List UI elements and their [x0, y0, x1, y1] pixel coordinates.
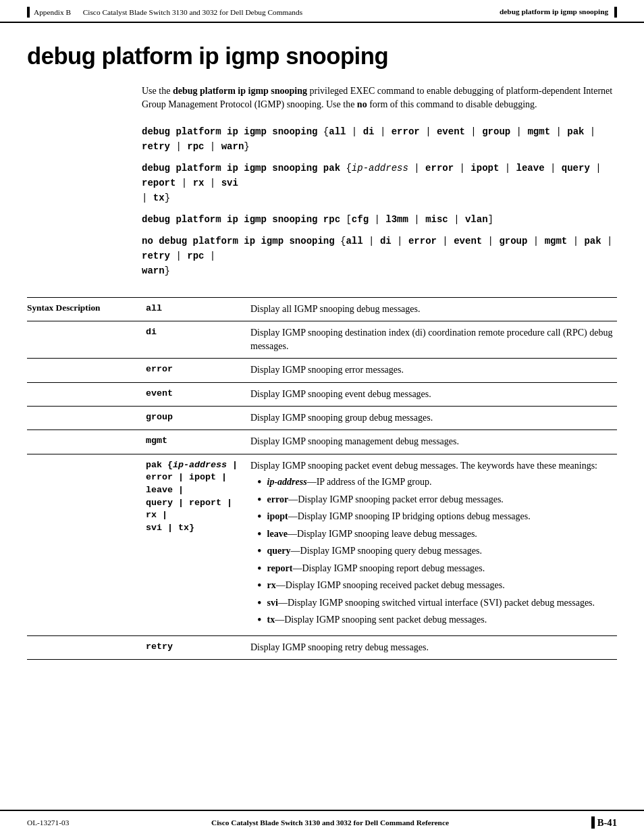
footer-center: Cisco Catalyst Blade Switch 3130 and 303…	[69, 818, 591, 827]
header-left: Appendix B Cisco Catalyst Blade Switch 3…	[27, 7, 302, 18]
footer-page-number: B-41	[597, 817, 617, 829]
syntax-label: Syntax Description	[27, 297, 142, 321]
header-bar-left	[27, 7, 30, 18]
syntax-row-group: group Display IGMP snooping group debug …	[27, 407, 617, 430]
desc-event: Display IGMP snooping event debug messag…	[246, 382, 617, 406]
desc-group: Display IGMP snooping group debug messag…	[246, 407, 617, 430]
desc-di: Display IGMP snooping destination index …	[246, 321, 617, 359]
syntax-row-event: event Display IGMP snooping event debug …	[27, 382, 617, 406]
bullet-leave: • leave—Display IGMP snooping leave debu…	[257, 527, 613, 542]
bullet-tx: • tx—Display IGMP snooping sent packet d…	[257, 613, 613, 627]
bullet-report-text: report—Display IGMP snooping report debu…	[267, 562, 485, 575]
bullet-rx-text: rx—Display IGMP snooping received packet…	[267, 579, 505, 592]
syntax-row-retry: retry Display IGMP snooping retry debug …	[27, 635, 617, 659]
header-title: Cisco Catalyst Blade Switch 3130 and 303…	[83, 8, 302, 16]
term-di: di	[142, 321, 246, 359]
intro-bold2: no	[357, 99, 367, 109]
bullet-dot: •	[257, 527, 262, 542]
header-bar-right	[614, 7, 617, 18]
bullet-dot: •	[257, 562, 262, 576]
pak-intro: Display IGMP snooping packet event debug…	[250, 461, 597, 471]
footer-right: B-41	[591, 816, 617, 829]
bullet-leave-text: leave—Display IGMP snooping leave debug …	[267, 527, 477, 541]
bullet-error-text: error—Display IGMP snooping packet error…	[267, 493, 504, 506]
bullet-ipopt-text: ipopt—Display IGMP snooping IP bridging …	[267, 510, 531, 523]
intro-paragraph: Use the debug platform ip igmp snooping …	[142, 84, 617, 112]
term-pak: pak {ip-address | error | ipopt | leave …	[142, 454, 246, 635]
bullet-ipopt: • ipopt—Display IGMP snooping IP bridgin…	[257, 510, 613, 524]
bullet-rx: • rx—Display IGMP snooping received pack…	[257, 579, 613, 593]
command-block-4: no debug platform ip igmp snooping {all …	[142, 234, 617, 278]
page-header: Appendix B Cisco Catalyst Blade Switch 3…	[0, 0, 644, 23]
footer-bar	[591, 816, 595, 829]
cmd4-text: no debug platform ip igmp snooping	[142, 236, 340, 246]
syntax-table: Syntax Description all Display all IGMP …	[27, 297, 617, 660]
bullet-query-text: query—Display IGMP snooping query debug …	[267, 544, 482, 558]
syntax-row-di: di Display IGMP snooping destination ind…	[27, 321, 617, 359]
syntax-header-row: Syntax Description all Display all IGMP …	[27, 297, 617, 321]
bullet-svi: • svi—Display IGMP snooping switched vir…	[257, 596, 613, 610]
syntax-row-error: error Display IGMP snooping error messag…	[27, 359, 617, 382]
header-right: debug platform ip igmp snooping	[500, 7, 617, 18]
bullet-dot: •	[257, 596, 262, 610]
term-retry: retry	[142, 635, 246, 659]
bullet-ipaddress-text: ip-address—IP address of the IGMP group.	[267, 475, 432, 489]
desc-error: Display IGMP snooping error messages.	[246, 359, 617, 382]
main-content: debug platform ip igmp snooping Use the …	[0, 23, 644, 700]
term-event: event	[142, 382, 246, 406]
bullet-ipaddress: • ip-address—IP address of the IGMP grou…	[257, 475, 613, 490]
term-group: group	[142, 407, 246, 430]
bullet-dot: •	[257, 579, 262, 593]
footer-left: OL-13271-03	[27, 818, 69, 827]
desc-all: Display all IGMP snooping debug messages…	[246, 297, 617, 321]
term-error: error	[142, 359, 246, 382]
cmd3-text: debug platform ip igmp snooping rpc	[142, 214, 346, 225]
page-title: debug platform ip igmp snooping	[27, 43, 617, 70]
syntax-row-pak: pak {ip-address | error | ipopt | leave …	[27, 454, 617, 635]
term-mgmt: mgmt	[142, 430, 246, 454]
intro-bold1: debug platform ip igmp snooping	[173, 86, 307, 96]
desc-pak: Display IGMP snooping packet event debug…	[246, 454, 617, 635]
syntax-row-mgmt: mgmt Display IGMP snooping management de…	[27, 430, 617, 454]
bullet-dot: •	[257, 493, 262, 507]
command-block-2: debug platform ip igmp snooping pak {ip-…	[142, 161, 617, 205]
appendix-label: Appendix B	[34, 8, 71, 16]
desc-mgmt: Display IGMP snooping management debug m…	[246, 430, 617, 454]
bullet-query: • query—Display IGMP snooping query debu…	[257, 544, 613, 558]
header-right-text: debug platform ip igmp snooping	[500, 7, 608, 16]
cmd2-text: debug platform ip igmp snooping pak	[142, 163, 346, 174]
bullet-dot: •	[257, 613, 262, 627]
page-footer: OL-13271-03 Cisco Catalyst Blade Switch …	[0, 810, 644, 834]
pak-bullet-list: • ip-address—IP address of the IGMP grou…	[250, 473, 613, 627]
bullet-error: • error—Display IGMP snooping packet err…	[257, 493, 613, 507]
bullet-dot: •	[257, 475, 262, 490]
bullet-dot: •	[257, 544, 262, 558]
bullet-svi-text: svi—Display IGMP snooping switched virtu…	[267, 596, 595, 610]
bullet-tx-text: tx—Display IGMP snooping sent packet deb…	[267, 613, 487, 627]
cmd1-text: debug platform ip igmp snooping	[142, 126, 323, 137]
syntax-section: Syntax Description all Display all IGMP …	[27, 297, 617, 660]
bullet-dot: •	[257, 510, 262, 524]
bullet-report: • report—Display IGMP snooping report de…	[257, 562, 613, 576]
command-block-1: debug platform ip igmp snooping {all | d…	[142, 124, 617, 154]
term-all: all	[142, 297, 246, 321]
desc-retry: Display IGMP snooping retry debug messag…	[246, 635, 617, 659]
command-block-3: debug platform ip igmp snooping rpc [cfg…	[142, 212, 617, 227]
